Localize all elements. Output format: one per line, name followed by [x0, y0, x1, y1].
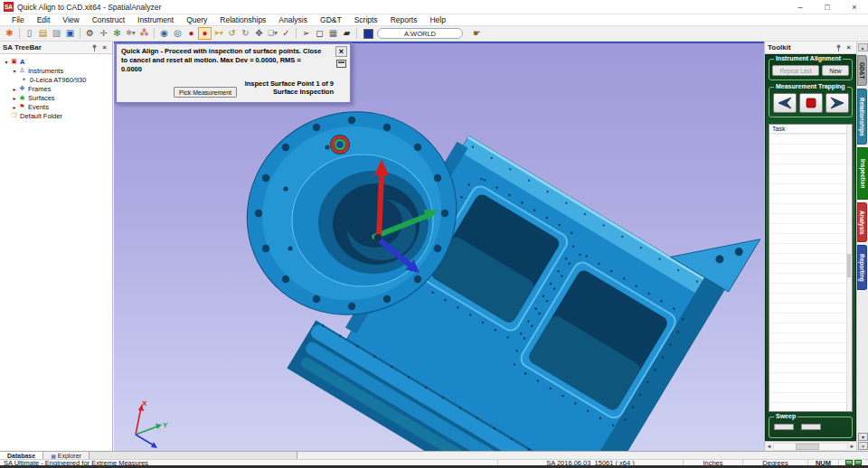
- network-icon[interactable]: ⁂: [137, 27, 151, 40]
- sa-align-icon[interactable]: ✱: [3, 27, 16, 40]
- scroll-left-icon[interactable]: ◄: [765, 444, 773, 449]
- next-point-button[interactable]: [826, 93, 849, 113]
- select-check-icon[interactable]: ✓: [279, 27, 293, 40]
- pin-icon[interactable]: [834, 42, 844, 52]
- scroll-right-icon[interactable]: ►: [848, 444, 856, 449]
- save-file-icon[interactable]: ▣: [63, 27, 77, 40]
- callout-icon[interactable]: ❏▾: [266, 27, 279, 40]
- tab-reporting[interactable]: Reporting: [857, 245, 867, 290]
- sweep-button[interactable]: [774, 424, 794, 430]
- quick-align-dialog[interactable]: Quick Align - Proceed with inspection of…: [115, 42, 352, 104]
- tab-database[interactable]: Database: [0, 452, 43, 459]
- menu-gdt[interactable]: GD&T: [314, 15, 348, 24]
- tree-item-default-folder[interactable]: ❐ Default Folder: [3, 111, 112, 120]
- scrollbar-thumb[interactable]: [796, 444, 819, 450]
- add-instrument-icon[interactable]: ✻: [110, 27, 124, 40]
- tab-explorer[interactable]: ▦ Explorer: [43, 452, 90, 459]
- previous-point-button[interactable]: [773, 93, 797, 113]
- arrow-left-icon: [777, 97, 793, 109]
- measurement-trapping-group: Measurement Trapping: [769, 87, 853, 117]
- red-sphere-icon[interactable]: ●: [184, 27, 198, 40]
- bottom-tab-bar: Database ▦ Explorer: [0, 451, 868, 459]
- dialog-close-button[interactable]: ×: [335, 46, 347, 57]
- frame-selector[interactable]: A:WORLD: [377, 28, 463, 39]
- toolkit-title: Toolkit: [768, 43, 791, 51]
- treebar-title: SA TreeBar: [3, 43, 42, 51]
- new-alignment-button[interactable]: New: [822, 65, 849, 76]
- settings-gear-icon[interactable]: ⚙: [83, 27, 97, 40]
- run-instrument-icon[interactable]: ✻▾: [124, 27, 137, 40]
- color-swatch[interactable]: [363, 29, 373, 39]
- dialog-message: Quick Align - Proceed with inspection of…: [121, 47, 322, 73]
- expand-icon[interactable]: ▾: [11, 68, 18, 74]
- pan-view-icon[interactable]: ✥: [252, 27, 266, 40]
- cursor-select-icon[interactable]: ➢: [299, 27, 313, 40]
- selection-box-icon[interactable]: ▦: [326, 27, 340, 40]
- laser-tracker-icon: ⌖: [20, 76, 28, 83]
- close-button[interactable]: ×: [841, 0, 868, 14]
- pin-icon[interactable]: [90, 42, 99, 52]
- menu-reports[interactable]: Reports: [384, 15, 424, 24]
- app-icon: SA: [4, 2, 14, 12]
- tree-item-instruments[interactable]: ▾ ♙ Instruments: [3, 66, 112, 75]
- tab-relationships[interactable]: Relationships: [857, 89, 867, 145]
- rotate-view-icon[interactable]: ↻: [239, 27, 252, 40]
- stop-trapping-button[interactable]: [799, 93, 823, 113]
- undo-icon[interactable]: ↺: [225, 27, 239, 40]
- close-icon[interactable]: ×: [99, 42, 109, 52]
- cad-model[interactable]: X Y Z: [114, 43, 764, 451]
- menu-help[interactable]: Help: [423, 15, 451, 24]
- tree-item-events[interactable]: ▸ ⚑ Events: [3, 102, 112, 111]
- menu-view[interactable]: View: [56, 15, 85, 24]
- tab-scroll-up-icon[interactable]: ▲: [858, 43, 868, 51]
- world-view-icon[interactable]: ◉: [157, 27, 171, 40]
- tree-item-root[interactable]: ▾ ▣ A: [3, 57, 112, 66]
- pointer-icon[interactable]: ➤▾: [212, 27, 225, 40]
- window-zoom-icon[interactable]: ◻: [313, 27, 326, 40]
- expand-icon[interactable]: ▸: [11, 104, 18, 110]
- dialog-minimize-button[interactable]: [336, 60, 346, 68]
- tree-item-leica-tracker[interactable]: ⌖ 0-Leica AT960/930: [3, 75, 112, 84]
- repeat-last-button[interactable]: Repeat Last: [772, 65, 819, 76]
- task-list-scrollbar[interactable]: [846, 125, 852, 411]
- close-icon[interactable]: ×: [844, 42, 854, 52]
- camera-snapshot-icon[interactable]: ▰: [340, 27, 354, 40]
- restore-button[interactable]: □: [814, 0, 841, 14]
- sweep-group: Sweep: [769, 417, 853, 438]
- sweep-button[interactable]: [801, 424, 821, 430]
- menu-construct[interactable]: Construct: [86, 15, 131, 24]
- menu-query[interactable]: Query: [180, 15, 213, 24]
- instrument-tool-icon[interactable]: ✛: [97, 27, 110, 40]
- watch-window-icon[interactable]: ☛: [470, 27, 484, 40]
- status-bar: SA Ultimate - Engineered for Extreme Mea…: [0, 459, 868, 465]
- import-file-icon[interactable]: ▨: [50, 27, 63, 40]
- menu-edit[interactable]: Edit: [31, 15, 57, 24]
- pick-measurement-button[interactable]: Pick Measurement: [174, 87, 237, 98]
- menu-relationships[interactable]: Relationships: [213, 15, 272, 24]
- dock-close-icon[interactable]: ×: [858, 442, 868, 450]
- tab-inspection[interactable]: Inspection: [857, 147, 868, 200]
- menu-bar: File Edit View Construct Instrument Quer…: [0, 14, 868, 26]
- toolkit-panel: Toolkit × Instrument Alignment Repeat La…: [764, 42, 856, 451]
- expand-icon[interactable]: ▸: [11, 86, 18, 92]
- tab-gdt[interactable]: GD&T: [857, 55, 867, 86]
- minimize-button[interactable]: –: [787, 0, 814, 14]
- task-list[interactable]: Task: [769, 124, 853, 412]
- menu-scripts[interactable]: Scripts: [348, 15, 384, 24]
- tree-item-surfaces[interactable]: ▸ ◉ Surfaces: [3, 93, 112, 102]
- measurement-target[interactable]: [330, 135, 350, 154]
- menu-file[interactable]: File: [5, 15, 31, 24]
- tab-analysis[interactable]: Analysis: [857, 202, 867, 242]
- new-file-icon[interactable]: ▯: [23, 27, 36, 40]
- expand-icon[interactable]: ▸: [11, 95, 18, 101]
- menu-analysis[interactable]: Analysis: [272, 15, 314, 24]
- toolbar-separator: [356, 28, 357, 39]
- open-file-icon[interactable]: ▤: [36, 27, 50, 40]
- view-orientation-icon[interactable]: ◎: [171, 27, 184, 40]
- measure-point-icon[interactable]: ●: [198, 27, 212, 40]
- dock-menu-icon[interactable]: ▾: [858, 433, 868, 441]
- expand-icon[interactable]: ▾: [3, 59, 10, 65]
- tree-item-frames[interactable]: ▸ ✥ Frames: [3, 84, 112, 93]
- menu-instrument[interactable]: Instrument: [131, 15, 180, 24]
- toolkit-horizontal-scrollbar[interactable]: ◄ ►: [765, 441, 856, 451]
